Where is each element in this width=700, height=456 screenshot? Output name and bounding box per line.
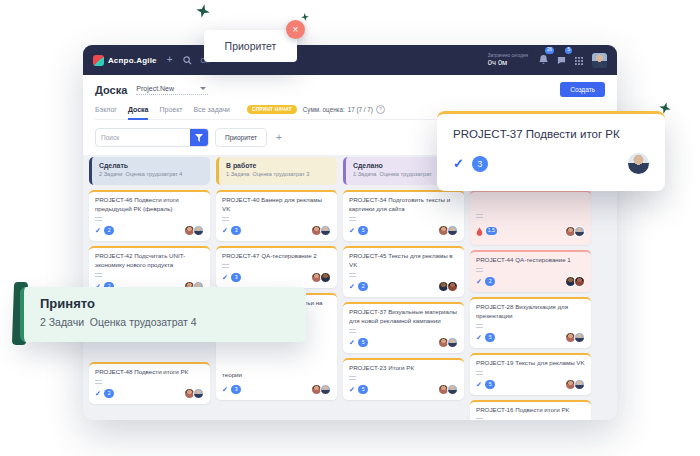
task-card-popup[interactable]: PROJECT-37 Подвести итог РК ✓ 3 xyxy=(437,111,665,191)
description-icon xyxy=(222,264,229,268)
messages-count-badge: 5 xyxy=(565,47,572,54)
estimate-badge: 5 xyxy=(358,226,369,235)
description-icon xyxy=(95,217,102,221)
search-field-wrap xyxy=(95,128,209,147)
project-selector[interactable]: Project.New xyxy=(136,85,208,95)
navbar-right: Затрачено сегодня 0ч 0м 26 5 xyxy=(488,51,607,69)
avatar xyxy=(320,225,331,236)
task-card[interactable]: PROJECT-34 Подготовить тексты и картинки… xyxy=(343,190,464,241)
estimate-badge: 5 xyxy=(485,380,496,389)
task-title: PROJECT-48 Подвести итоги РК xyxy=(95,368,204,377)
board-column: 1.5PROJECT-44 QA-тестирование 1✓2PROJECT… xyxy=(470,157,591,420)
chat-icon xyxy=(557,51,566,69)
task-footer: ✓5 xyxy=(349,384,458,395)
chevron-down-icon xyxy=(200,87,206,90)
task-footer: ✓3 xyxy=(222,272,331,283)
description-icon xyxy=(349,217,356,221)
help-icon[interactable]: ? xyxy=(376,105,385,114)
task-footer: ✓5 xyxy=(349,225,458,236)
task-card[interactable]: PROJECT-19 Тексты для рекламы VK✓5 xyxy=(470,353,591,395)
task-card[interactable]: PROJECT-28 Визуализация для презентации✓… xyxy=(470,297,591,348)
avatar xyxy=(574,332,585,343)
task-card[interactable]: PROJECT-37 Визуальные материалы для ново… xyxy=(343,302,464,353)
task-card[interactable]: PROJECT-44 QA-тестирование 1✓2 xyxy=(470,250,591,292)
task-title: PROJECT-40 Баннер для рекламы VK xyxy=(222,196,331,214)
done-check-icon: ✓ xyxy=(476,278,482,285)
done-check-icon: ✓ xyxy=(476,381,482,388)
done-check-icon: ✓ xyxy=(349,283,355,290)
task-card[interactable]: PROJECT-40 Баннер для рекламы VK✓3 xyxy=(216,190,337,241)
description-icon xyxy=(349,329,356,333)
board-column: Сделано1 Задача Оценка трудозатратPROJEC… xyxy=(343,157,464,400)
popup-task-title: PROJECT-37 Подвести итог РК xyxy=(453,128,649,140)
popup-task-footer: ✓ 3 xyxy=(453,153,649,174)
tab[interactable]: Доска xyxy=(128,106,149,114)
score-label: Сумм. оценка: xyxy=(303,106,345,113)
messages-button[interactable]: 5 xyxy=(557,51,566,69)
estimate-badge: 2 xyxy=(104,389,115,398)
task-title-continued: теории xyxy=(222,371,331,380)
filter-button[interactable] xyxy=(190,129,208,146)
description-icon xyxy=(476,324,483,328)
assignee-avatars xyxy=(567,379,585,390)
add-filter-button[interactable]: + xyxy=(273,132,285,143)
estimate-badge: 3 xyxy=(472,156,488,172)
description-icon xyxy=(476,268,483,272)
task-card[interactable]: PROJECT-46 Подвести итоги предыдущей РК … xyxy=(89,190,210,241)
column-header-popup[interactable]: Принято 2 Задачи Оценка трудозатрат 4 xyxy=(20,287,306,342)
apps-menu-button[interactable] xyxy=(575,51,583,69)
estimate-badge: 3 xyxy=(231,273,242,282)
time-tracker-value: 0ч 0м xyxy=(488,58,528,67)
task-footer: ✓5 xyxy=(476,332,585,343)
time-tracker: Затрачено сегодня 0ч 0м xyxy=(488,53,528,68)
tab[interactable]: Все задачи xyxy=(194,106,231,114)
priority-filter-button[interactable]: Приоритет xyxy=(215,128,267,147)
task-footer: ✓3 xyxy=(222,384,331,395)
task-title: PROJECT-42 Подсчитать UNIT-экономику нов… xyxy=(95,252,204,270)
score-value: 17 (7 / 7) xyxy=(348,106,373,113)
estimate-badge: 5 xyxy=(358,385,369,394)
task-card[interactable]: PROJECT-45 Тексты для рекламы в VK✓2 xyxy=(343,246,464,297)
column-subtitle: 2 Задачи Оценка трудозатрат 4 xyxy=(99,171,203,177)
done-check-icon: ✓ xyxy=(95,390,101,397)
add-icon[interactable]: + xyxy=(167,55,173,65)
search-input[interactable] xyxy=(96,134,190,141)
assignee-avatars xyxy=(186,225,204,236)
task-card[interactable]: PROJECT-16 Подвести итоги РК xyxy=(470,400,591,420)
tab[interactable]: Бэклог xyxy=(95,106,117,114)
task-title: PROJECT-28 Визуализация для презентации xyxy=(476,303,585,321)
task-card[interactable]: PROJECT-47 QA-тестирование 2✓3 xyxy=(216,246,337,288)
description-icon xyxy=(349,273,356,277)
assignee-avatars xyxy=(313,272,331,283)
column-header[interactable]: В работе1 Задача Оценка трудозатрат 3 xyxy=(216,157,337,185)
done-check-icon: ✓ xyxy=(476,334,482,341)
create-button[interactable]: Создать xyxy=(560,82,605,97)
notifications-button[interactable]: 26 xyxy=(539,51,548,69)
done-check-icon: ✓ xyxy=(222,227,228,234)
app-window: Аспро.Agile + Сп Затрачено сегодня 0ч 0м… xyxy=(83,45,617,420)
app-logo-icon xyxy=(93,55,104,66)
task-card[interactable]: PROJECT-48 Подвести итоги РК✓2 xyxy=(89,362,210,404)
column-title: В работе xyxy=(226,162,330,169)
search-icon[interactable] xyxy=(183,56,192,65)
assignee-avatars xyxy=(567,226,585,237)
priority-tooltip: Приоритет × xyxy=(204,30,297,62)
done-check-icon: ✓ xyxy=(453,157,464,170)
deadline-fire-icon xyxy=(476,222,483,240)
close-icon[interactable]: × xyxy=(286,20,305,39)
task-title: PROJECT-37 Визуальные материалы для ново… xyxy=(349,308,458,326)
description-icon xyxy=(222,217,229,221)
task-card[interactable]: PROJECT-23 Итоги РК✓5 xyxy=(343,358,464,400)
column-header[interactable]: Сделать2 Задачи Оценка трудозатрат 4 xyxy=(89,157,210,185)
tab[interactable]: Проект xyxy=(159,106,182,114)
bell-icon xyxy=(539,51,548,69)
assignee-avatar xyxy=(628,153,649,174)
top-navbar: Аспро.Agile + Сп Затрачено сегодня 0ч 0м… xyxy=(83,45,617,75)
task-card[interactable]: 1.5 xyxy=(470,190,591,245)
avatar xyxy=(447,337,458,348)
task-footer: 1.5 xyxy=(476,222,585,240)
done-check-icon: ✓ xyxy=(349,386,355,393)
user-avatar[interactable] xyxy=(592,53,607,68)
popup-column-title: Принято xyxy=(40,296,290,311)
estimate-badge: 5 xyxy=(485,333,496,342)
